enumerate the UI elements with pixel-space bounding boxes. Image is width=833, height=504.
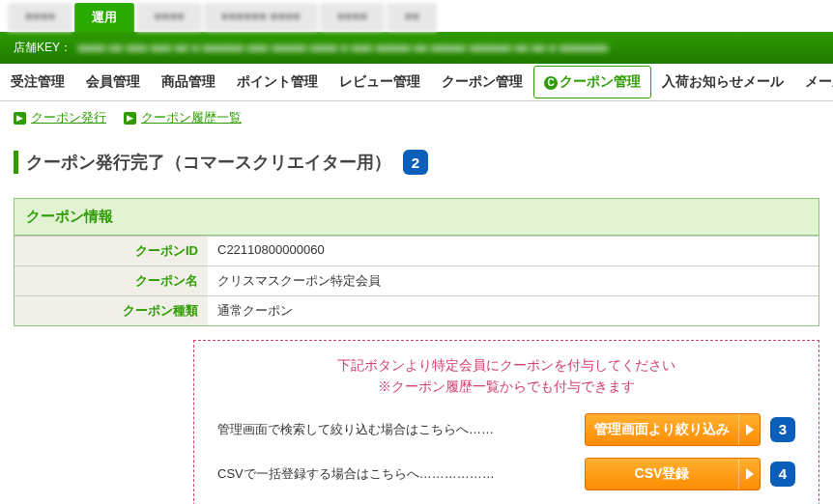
nav-members[interactable]: 会員管理 [75,64,151,100]
svg-marker-0 [746,424,754,435]
nav-coupons-cc[interactable]: Cクーポン管理 [533,64,651,100]
nav-points[interactable]: ポイント管理 [226,64,329,100]
top-tabs: ■■■■ 運用 ■■■■ ■■■■■■ ■■■■ ■■■■ ■■ [0,0,833,32]
value-coupon-type: 通常クーポン [208,296,819,325]
label-coupon-name: クーポン名 [14,266,208,295]
table-row: クーポン種類 通常クーポン [14,295,819,325]
step-badge-3: 3 [770,417,795,442]
step-badge-4: 4 [770,462,795,487]
store-key-bar: 店舗KEY： ■■■■ ■■ ■■■ ■■■ ■■ ■ ■■■■■■ ■■■ ■… [0,32,833,64]
step-badge-2: 2 [403,150,428,175]
value-coupon-name: クリスマスクーポン特定会員 [208,266,819,295]
action-box: 下記ボタンより特定会員にクーポンを付与してください ※クーポン履歴一覧からでも付… [193,340,819,504]
action-row: 管理画面で検索して絞り込む場合はこちらへ…… 管理画面より絞り込み 3 [217,413,795,446]
nav-arrival-mail[interactable]: 入荷お知らせメール [651,64,794,100]
arrow-icon: ▶ [124,112,136,125]
top-tab[interactable]: ■■■■ [8,3,72,32]
note-line-1: 下記ボタンより特定会員にクーポンを付与してください [217,354,795,376]
top-tab[interactable]: ■■■■■■ ■■■■ [204,3,318,32]
note-line-2: ※クーポン履歴一覧からでも付与できます [217,376,795,397]
action-text-csv: CSVで一括登録する場合はこちらへ……………… [217,465,575,483]
main-nav: 受注管理 会員管理 商品管理 ポイント管理 レビュー管理 クーポン管理 Cクーポ… [0,64,833,101]
filter-admin-button[interactable]: 管理画面より絞り込み [585,413,761,446]
chevron-right-icon [738,459,760,490]
top-tab[interactable]: ■■■■ [320,3,385,32]
svg-marker-1 [746,468,754,480]
label-coupon-id: クーポンID [14,237,208,266]
label-coupon-type: クーポン種類 [14,296,208,325]
nav-label: クーポン管理 [560,73,641,89]
nav-mailmag[interactable]: メールマガジン [794,64,833,100]
value-coupon-id: C22110800000060 [208,237,819,266]
cc-icon: C [544,76,558,90]
info-header: クーポン情報 [14,199,819,236]
action-note: 下記ボタンより特定会員にクーポンを付与してください ※クーポン履歴一覧からでも付… [217,354,795,398]
action-text-filter: 管理画面で検索して絞り込む場合はこちらへ…… [217,421,575,438]
table-row: クーポン名 クリスマスクーポン特定会員 [14,266,819,295]
button-label: CSV登録 [586,459,738,490]
nav-products[interactable]: 商品管理 [151,64,226,100]
store-key-value: ■■■■ ■■ ■■■ ■■■ ■■ ■ ■■■■■■ ■■■ ■■■■■ ■■… [77,42,819,55]
coupon-info-table: クーポン情報 クーポンID C22110800000060 クーポン名 クリスマ… [14,198,819,326]
sub-links: ▶ クーポン発行 ▶ クーポン履歴一覧 [0,101,833,134]
page-title-row: クーポン発行完了（コマースクリエイター用） 2 [0,134,833,184]
nav-coupons[interactable]: クーポン管理 [431,64,533,100]
top-tab[interactable]: ■■ [387,3,437,32]
page-title: クーポン発行完了（コマースクリエイター用） [14,151,391,174]
sublink-coupon-issue[interactable]: クーポン発行 [31,109,106,126]
sublink-coupon-history[interactable]: クーポン履歴一覧 [141,109,242,126]
chevron-right-icon [738,414,760,445]
csv-register-button[interactable]: CSV登録 [585,458,761,490]
action-row: CSVで一括登録する場合はこちらへ……………… CSV登録 4 [217,458,795,490]
top-tab[interactable]: ■■■■ [136,3,201,32]
table-row: クーポンID C22110800000060 [14,236,819,266]
nav-reviews[interactable]: レビュー管理 [329,64,431,100]
button-label: 管理画面より絞り込み [586,414,738,445]
nav-orders[interactable]: 受注管理 [0,64,75,100]
store-key-label: 店舗KEY： [14,40,72,56]
arrow-icon: ▶ [14,112,26,125]
top-tab-active[interactable]: 運用 [74,3,134,32]
